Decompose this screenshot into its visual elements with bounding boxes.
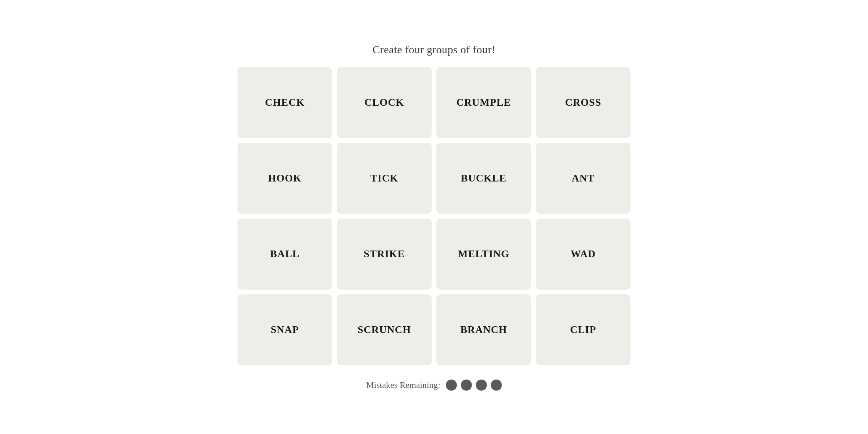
tile-label-check: CHECK <box>265 97 305 108</box>
tile-melting[interactable]: MELTING <box>436 219 531 290</box>
tile-wad[interactable]: WAD <box>536 219 630 290</box>
word-grid: CHECKCLOCKCRUMPLECROSSHOOKTICKBUCKLEANTB… <box>238 67 630 365</box>
tile-tick[interactable]: TICK <box>337 143 432 214</box>
mistake-dot-1 <box>446 380 457 391</box>
tile-label-melting: MELTING <box>458 248 509 260</box>
mistakes-label: Mistakes Remaining: <box>366 380 440 390</box>
mistakes-row: Mistakes Remaining: <box>366 380 502 391</box>
tile-crumple[interactable]: CRUMPLE <box>436 67 531 138</box>
mistake-dot-2 <box>461 380 472 391</box>
tile-label-clock: CLOCK <box>365 97 404 108</box>
tile-label-wad: WAD <box>571 248 596 260</box>
tile-check[interactable]: CHECK <box>238 67 332 138</box>
tile-label-cross: CROSS <box>565 97 601 108</box>
tile-label-ball: BALL <box>270 248 300 260</box>
mistake-dot-3 <box>476 380 487 391</box>
tile-label-buckle: BUCKLE <box>461 172 507 184</box>
tile-snap[interactable]: SNAP <box>238 294 332 365</box>
tile-label-clip: CLIP <box>570 324 596 336</box>
tile-label-crumple: CRUMPLE <box>456 97 511 108</box>
tile-strike[interactable]: STRIKE <box>337 219 432 290</box>
tile-clip[interactable]: CLIP <box>536 294 630 365</box>
game-container: Create four groups of four! CHECKCLOCKCR… <box>217 43 651 391</box>
tile-hook[interactable]: HOOK <box>238 143 332 214</box>
tile-branch[interactable]: BRANCH <box>436 294 531 365</box>
tile-label-scrunch: SCRUNCH <box>357 324 411 336</box>
tile-label-branch: BRANCH <box>460 324 507 336</box>
mistakes-dots <box>446 380 502 391</box>
tile-buckle[interactable]: BUCKLE <box>436 143 531 214</box>
subtitle: Create four groups of four! <box>372 43 495 56</box>
tile-label-strike: STRIKE <box>364 248 405 260</box>
tile-label-ant: ANT <box>572 172 595 184</box>
mistake-dot-4 <box>491 380 502 391</box>
tile-clock[interactable]: CLOCK <box>337 67 432 138</box>
tile-ant[interactable]: ANT <box>536 143 630 214</box>
tile-ball[interactable]: BALL <box>238 219 332 290</box>
tile-label-snap: SNAP <box>271 324 299 336</box>
tile-label-hook: HOOK <box>268 172 302 184</box>
tile-cross[interactable]: CROSS <box>536 67 630 138</box>
tile-scrunch[interactable]: SCRUNCH <box>337 294 432 365</box>
tile-label-tick: TICK <box>370 172 398 184</box>
